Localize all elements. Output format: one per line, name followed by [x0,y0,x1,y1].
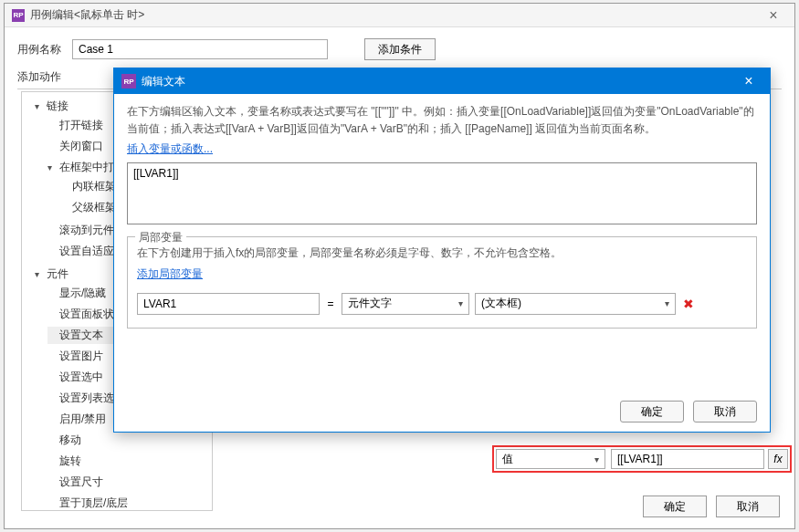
fieldset-legend: 局部变量 [135,230,186,245]
main-ok-button[interactable]: 确定 [643,495,707,517]
var-type-select[interactable]: 元件文字 ▾ [342,293,469,315]
modal-titlebar: RP 编辑文本 × [114,68,770,94]
modal-description: 在下方编辑区输入文本，变量名称或表达式要写在 "[[""]]" 中。例如：插入变… [127,103,757,138]
main-footer: 确定 取消 [643,495,780,517]
local-variable-row: = 元件文字 ▾ (文本框) ▾ ✖ [137,293,747,315]
fx-button[interactable]: fx [768,449,788,469]
var-target-label: (文本框) [481,296,521,311]
main-titlebar: RP 用例编辑<鼠标单击 时> × [5,4,794,27]
modal-title: 编辑文本 [142,74,735,89]
case-name-row: 用例名称 添加条件 [17,38,782,60]
equals-label: = [325,297,336,310]
value-type-label: 值 [502,452,513,467]
modal-close-icon[interactable]: × [735,73,762,89]
chevron-down-icon: ▾ [594,454,599,464]
insert-variable-link[interactable]: 插入变量或函数... [127,141,213,157]
var-name-input[interactable] [137,293,320,315]
expression-textarea[interactable]: [[LVAR1]] [127,162,757,224]
delete-var-icon[interactable]: ✖ [681,297,696,311]
value-bar: 值 ▾ fx [492,445,792,473]
modal-footer: 确定 取消 [620,401,757,422]
tree-item[interactable]: 设置尺寸 [47,474,212,491]
local-var-description: 在下方创建用于插入fx的局部变量，局部变量名称必须是字母、数字，不允许包含空格。 [137,245,747,262]
rp-app-icon: RP [12,9,25,22]
modal-ok-button[interactable]: 确定 [620,401,684,422]
tree-item[interactable]: 旋转 [47,453,212,470]
value-type-select[interactable]: 值 ▾ [496,449,605,469]
modal-cancel-button[interactable]: 取消 [693,401,757,422]
tree-item[interactable]: 移动 [47,432,212,449]
add-local-variable-link[interactable]: 添加局部变量 [137,266,203,282]
tree-item[interactable]: 置于顶层/底层 [47,495,212,511]
add-condition-button[interactable]: 添加条件 [364,38,436,60]
var-type-label: 元件文字 [348,296,392,311]
main-close-icon[interactable]: × [760,7,787,24]
main-window-title: 用例编辑<鼠标单击 时> [30,7,760,23]
local-variables-fieldset: 局部变量 在下方创建用于插入fx的局部变量，局部变量名称必须是字母、数字，不允许… [127,236,757,328]
value-text-input[interactable] [611,449,764,469]
edit-text-dialog: RP 编辑文本 × 在下方编辑区输入文本，变量名称或表达式要写在 "[[""]]… [113,68,771,433]
main-cancel-button[interactable]: 取消 [716,495,780,517]
modal-body: 在下方编辑区输入文本，变量名称或表达式要写在 "[[""]]" 中。例如：插入变… [114,94,770,338]
chevron-down-icon: ▾ [665,298,669,308]
var-target-select[interactable]: (文本框) ▾ [475,293,676,315]
case-name-input[interactable] [72,39,328,59]
rp-app-icon: RP [121,74,136,89]
chevron-down-icon: ▾ [458,298,463,308]
case-name-label: 用例名称 [17,42,72,57]
